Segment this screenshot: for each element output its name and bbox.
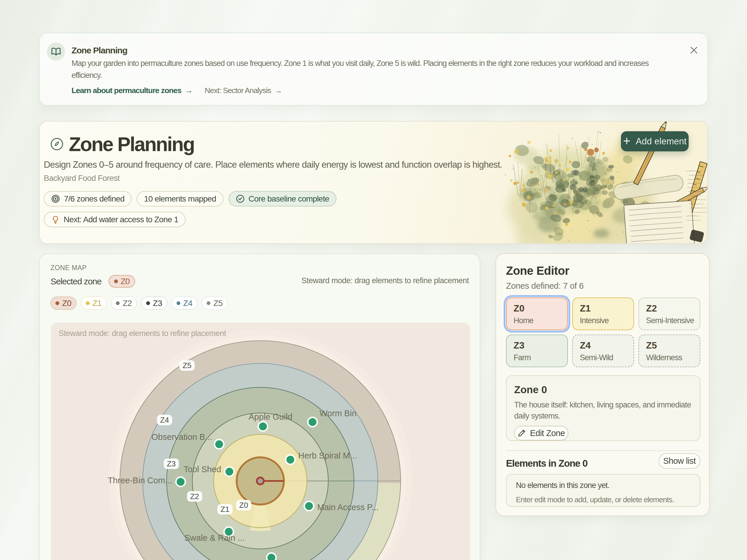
svg-text:Observation B...: Observation B... [151, 432, 212, 442]
svg-text:Z0: Z0 [239, 501, 248, 510]
svg-text:Swale & Rain ...: Swale & Rain ... [184, 533, 244, 542]
svg-text:Z3: Z3 [167, 459, 176, 468]
svg-text:Three-Bin Com...: Three-Bin Com... [108, 476, 172, 485]
svg-text:Worm Bin: Worm Bin [319, 409, 357, 418]
svg-text:Apple Guild: Apple Guild [249, 412, 292, 422]
svg-text:Z1: Z1 [221, 505, 229, 514]
svg-text:Herb Spiral M...: Herb Spiral M... [298, 451, 357, 460]
svg-text:Z4: Z4 [160, 416, 169, 424]
svg-text:Tool Shed: Tool Shed [183, 464, 221, 474]
svg-text:Z5: Z5 [183, 361, 191, 370]
svg-text:Main Access P...: Main Access P... [317, 503, 379, 512]
svg-text:Z2: Z2 [190, 492, 199, 501]
